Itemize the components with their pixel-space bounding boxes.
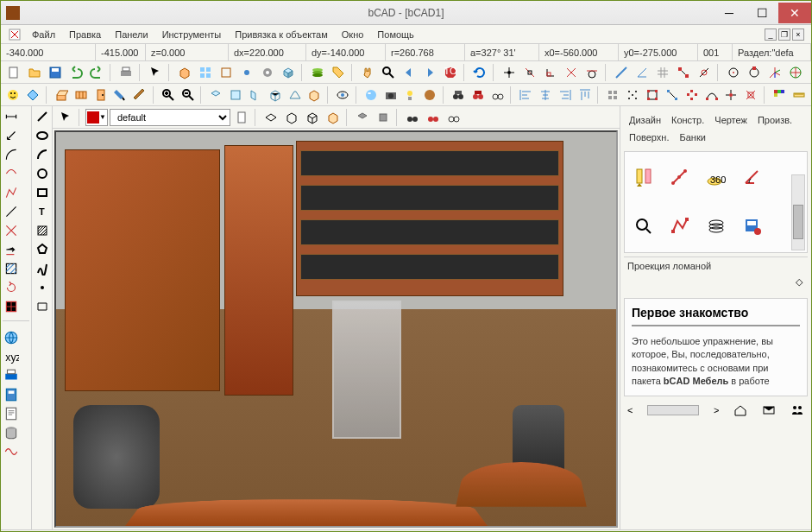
lt-line-1[interactable] [3,203,20,220]
lt-print[interactable] [3,367,20,384]
draw-polygon[interactable] [34,241,51,258]
tool-btn-1[interactable] [175,63,194,82]
node-btn-2[interactable] [663,86,681,104]
menu-tools[interactable]: Инструменты [155,27,229,42]
draw-ellipse[interactable] [34,127,51,144]
home-icon[interactable] [733,403,747,417]
tool-btn-7[interactable] [308,63,327,82]
render-btn-4[interactable] [421,86,439,104]
vp-doc[interactable] [232,108,251,127]
rp-icon-7[interactable] [704,214,728,238]
align-btn-3[interactable] [557,86,575,104]
rp-nav-right[interactable]: > [714,405,719,415]
open-file-button[interactable] [25,63,44,82]
select-button[interactable] [146,63,165,82]
tb2-btn-3[interactable] [91,86,110,104]
lt-doc[interactable] [3,405,20,422]
menu-window[interactable]: Окно [335,27,371,42]
minimize-button[interactable]: ─ [713,3,746,23]
tool-btn-2[interactable] [196,63,215,82]
vp-find-2[interactable] [424,108,443,127]
vp-cube-1[interactable] [353,108,372,127]
tool-btn-5[interactable] [258,63,277,82]
node-btn-6[interactable] [742,86,760,104]
lt-rot-1[interactable] [3,279,20,296]
grid-btn-1[interactable] [604,86,622,104]
lt-globe[interactable] [3,329,20,346]
tool-btn-8[interactable] [329,63,348,82]
people-icon[interactable] [790,403,804,417]
grid-btn-2[interactable] [624,86,642,104]
rp-icon-1[interactable] [632,166,656,190]
align-btn-1[interactable] [517,86,535,104]
color-btn[interactable] [770,86,788,104]
mdi-restore[interactable]: ❐ [778,28,790,41]
node-btn-3[interactable] [683,86,701,104]
tool-btn-6[interactable] [279,63,298,82]
rp-icon-4[interactable] [740,166,765,190]
node-btn-1[interactable] [644,86,662,104]
mdi-close[interactable]: × [792,28,804,41]
draw-point[interactable] [34,279,51,296]
vp-find-1[interactable] [403,108,422,127]
align-btn-4[interactable] [576,86,594,104]
diamond-button[interactable] [24,86,42,104]
rp-tab-design[interactable]: Дизайн [626,113,664,127]
rp-icon-3[interactable]: 360 [704,166,728,190]
snap-btn-5[interactable] [582,63,601,82]
find-btn-2[interactable] [469,86,487,104]
mdi-minimize[interactable]: _ [765,28,777,41]
render-btn-2[interactable] [381,86,400,104]
snap-btn-11[interactable] [724,63,743,82]
lt-arrow-1[interactable] [3,241,20,258]
menu-file[interactable]: Файл [25,27,62,42]
zoom-button[interactable] [379,63,398,82]
vp-grid-1[interactable] [261,108,280,127]
rp-scroll-v[interactable] [791,174,805,250]
nav-left-button[interactable] [400,63,419,82]
vp-layer-select[interactable]: default [110,109,230,126]
nav-right-button[interactable] [420,63,439,82]
rp-icon-6[interactable] [668,214,692,238]
tb2-btn-1[interactable] [52,86,70,104]
align-btn-2[interactable] [537,86,555,104]
rp-icon-8[interactable] [740,214,765,238]
lt-mesh-1[interactable] [3,298,20,315]
rp-tab-prod[interactable]: Произв. [754,113,796,127]
vp-cursor[interactable] [56,108,75,127]
vp-cube-2[interactable] [374,108,393,127]
save-button[interactable] [46,63,65,82]
face-button[interactable] [4,86,22,104]
refresh-button[interactable] [470,63,489,82]
print-button[interactable] [116,63,135,82]
rp-tab-surface[interactable]: Поверхн. [626,130,673,144]
vp-grid-3[interactable] [303,108,322,127]
menu-snap[interactable]: Привязка к объектам [228,27,335,42]
draw-circle[interactable] [34,165,51,182]
vp-find-3[interactable] [444,108,463,127]
lt-cross-1[interactable] [3,222,20,239]
snap-btn-1[interactable] [500,63,519,82]
tool-btn-3[interactable] [217,63,236,82]
rp-nav-scrollbar[interactable] [647,405,699,415]
redo-button[interactable] [87,63,106,82]
rp-tab-banks[interactable]: Банки [677,130,709,144]
rp-tab-drawing[interactable]: Чертеж [711,113,751,127]
node-btn-4[interactable] [702,86,721,104]
lt-db[interactable] [3,424,20,441]
render-btn-3[interactable] [401,86,419,104]
lt-xyz[interactable]: xyz [3,348,20,365]
pan-button[interactable] [358,63,377,82]
snap-btn-8[interactable] [653,63,672,82]
vp-color-picker[interactable]: ▼ [85,109,108,126]
new-file-button[interactable] [4,63,23,82]
zoom-out-button[interactable] [179,86,197,104]
snap-btn-4[interactable] [562,63,581,82]
tool-btn-4[interactable] [237,63,256,82]
origin-button[interactable] [786,63,805,82]
viewport-3d[interactable] [54,130,618,528]
view-btn-1[interactable] [207,86,225,104]
zoom-in-button[interactable] [159,86,177,104]
mail-icon[interactable] [762,403,776,417]
menu-help[interactable]: Помощь [370,27,421,42]
